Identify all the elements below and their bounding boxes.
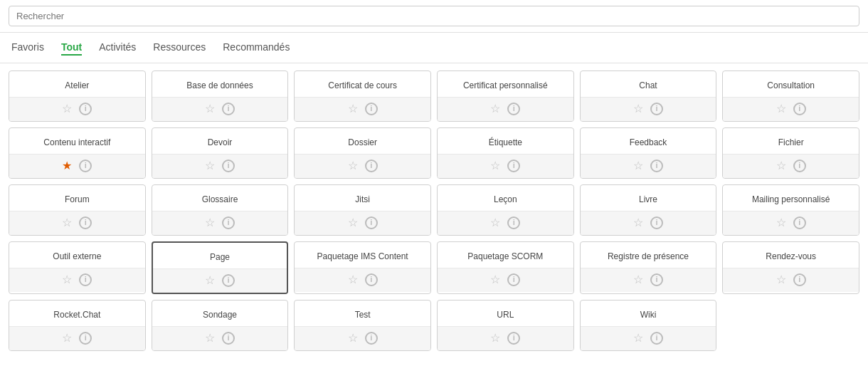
card-registre-de-presence[interactable]: Registre de présence☆i <box>580 241 717 294</box>
search-input[interactable] <box>9 6 859 26</box>
card-title-outil-externe: Outil externe <box>9 242 145 268</box>
tab-recommandes[interactable]: Recommandés <box>223 41 290 56</box>
card-url[interactable]: URL☆i <box>437 300 574 351</box>
star-icon-certificat-personnalise[interactable]: ☆ <box>490 102 500 115</box>
star-icon-devoir[interactable]: ☆ <box>205 159 215 172</box>
star-icon-paquetage-ims-content[interactable]: ☆ <box>348 273 358 286</box>
info-icon-paquetage-scorm[interactable]: i <box>507 273 520 286</box>
cards-grid: Atelier☆iBase de données☆iCertificat de … <box>0 63 868 358</box>
info-icon-rocket-chat[interactable]: i <box>79 332 92 345</box>
card-test[interactable]: Test☆i <box>294 300 431 351</box>
star-icon-outil-externe[interactable]: ☆ <box>62 273 72 286</box>
card-outil-externe[interactable]: Outil externe☆i <box>9 241 146 294</box>
tab-favoris[interactable]: Favoris <box>11 41 44 56</box>
info-icon-certificat-personnalise[interactable]: i <box>507 103 520 115</box>
info-icon-feedback[interactable]: i <box>650 160 663 172</box>
card-livre[interactable]: Livre☆i <box>580 184 717 236</box>
info-icon-base-de-donnees[interactable]: i <box>222 103 235 115</box>
card-page[interactable]: Page☆i <box>152 241 289 294</box>
star-icon-wiki[interactable]: ☆ <box>633 331 643 345</box>
star-icon-feedback[interactable]: ☆ <box>633 159 643 172</box>
card-actions-devoir: ☆i <box>152 154 288 178</box>
card-title-jitsi: Jitsi <box>295 185 430 211</box>
star-icon-atelier[interactable]: ☆ <box>62 102 72 115</box>
info-icon-fichier[interactable]: i <box>793 160 806 172</box>
info-icon-dossier[interactable]: i <box>365 160 378 172</box>
tab-tout[interactable]: Tout <box>61 41 82 56</box>
info-icon-sondage[interactable]: i <box>222 332 235 345</box>
star-icon-glossaire[interactable]: ☆ <box>205 216 215 229</box>
star-icon-lecon[interactable]: ☆ <box>490 216 500 229</box>
star-icon-paquetage-scorm[interactable]: ☆ <box>490 273 500 286</box>
info-icon-mailing-personnalise[interactable]: i <box>793 216 806 229</box>
info-icon-chat[interactable]: i <box>650 103 663 115</box>
card-chat[interactable]: Chat☆i <box>580 70 717 122</box>
card-rocket-chat[interactable]: Rocket.Chat☆i <box>9 300 146 351</box>
star-icon-registre-de-presence[interactable]: ☆ <box>633 273 643 286</box>
info-icon-lecon[interactable]: i <box>507 216 520 229</box>
card-devoir[interactable]: Devoir☆i <box>152 127 289 179</box>
card-title-lecon: Leçon <box>438 185 573 211</box>
card-atelier[interactable]: Atelier☆i <box>9 70 146 122</box>
card-wiki[interactable]: Wiki☆i <box>580 300 717 351</box>
info-icon-certificat-de-cours[interactable]: i <box>365 103 378 115</box>
card-actions-paquetage-scorm: ☆i <box>438 268 573 292</box>
info-icon-forum[interactable]: i <box>79 216 92 229</box>
star-icon-contenu-interactif[interactable]: ★ <box>62 159 72 172</box>
card-contenu-interactif[interactable]: Contenu interactif★i <box>9 127 146 179</box>
card-actions-consultation: ☆i <box>723 97 859 121</box>
info-icon-consultation[interactable]: i <box>793 103 806 115</box>
star-icon-dossier[interactable]: ☆ <box>348 159 358 172</box>
star-icon-forum[interactable]: ☆ <box>62 216 72 229</box>
star-icon-etiquette[interactable]: ☆ <box>490 159 500 172</box>
card-feedback[interactable]: Feedback☆i <box>580 127 717 179</box>
card-fichier[interactable]: Fichier☆i <box>722 127 859 179</box>
card-glossaire[interactable]: Glossaire☆i <box>152 184 289 236</box>
star-icon-fichier[interactable]: ☆ <box>776 159 786 172</box>
info-icon-test[interactable]: i <box>365 332 378 345</box>
star-icon-jitsi[interactable]: ☆ <box>348 216 358 229</box>
card-base-de-donnees[interactable]: Base de données☆i <box>152 70 289 122</box>
info-icon-outil-externe[interactable]: i <box>79 273 92 286</box>
card-certificat-personnalise[interactable]: Certificat personnalisé☆i <box>437 70 574 122</box>
card-lecon[interactable]: Leçon☆i <box>437 184 574 236</box>
info-icon-glossaire[interactable]: i <box>222 216 235 229</box>
info-icon-registre-de-presence[interactable]: i <box>650 273 663 286</box>
card-mailing-personnalise[interactable]: Mailing personnalisé☆i <box>722 184 859 236</box>
star-icon-url[interactable]: ☆ <box>490 331 500 345</box>
info-icon-rendez-vous[interactable]: i <box>793 273 806 286</box>
info-icon-devoir[interactable]: i <box>222 160 235 172</box>
star-icon-test[interactable]: ☆ <box>348 331 358 345</box>
card-paquetage-scorm[interactable]: Paquetage SCORM☆i <box>437 241 574 294</box>
star-icon-base-de-donnees[interactable]: ☆ <box>205 102 215 115</box>
star-icon-consultation[interactable]: ☆ <box>776 102 786 115</box>
info-icon-etiquette[interactable]: i <box>507 160 520 172</box>
card-paquetage-ims-content[interactable]: Paquetage IMS Content☆i <box>294 241 431 294</box>
info-icon-atelier[interactable]: i <box>79 103 92 115</box>
info-icon-jitsi[interactable]: i <box>365 216 378 229</box>
tab-activites[interactable]: Activités <box>99 41 136 56</box>
info-icon-page[interactable]: i <box>222 274 235 287</box>
card-jitsi[interactable]: Jitsi☆i <box>294 184 431 236</box>
card-certificat-de-cours[interactable]: Certificat de cours☆i <box>294 70 431 122</box>
star-icon-certificat-de-cours[interactable]: ☆ <box>348 102 358 115</box>
info-icon-paquetage-ims-content[interactable]: i <box>365 273 378 286</box>
star-icon-rocket-chat[interactable]: ☆ <box>62 331 72 345</box>
star-icon-mailing-personnalise[interactable]: ☆ <box>776 216 786 229</box>
card-rendez-vous[interactable]: Rendez-vous☆i <box>722 241 859 294</box>
tab-ressources[interactable]: Ressources <box>153 41 206 56</box>
info-icon-url[interactable]: i <box>507 332 520 345</box>
card-sondage[interactable]: Sondage☆i <box>152 300 289 351</box>
info-icon-contenu-interactif[interactable]: i <box>79 160 92 172</box>
info-icon-wiki[interactable]: i <box>650 332 663 345</box>
star-icon-page[interactable]: ☆ <box>205 273 215 287</box>
card-consultation[interactable]: Consultation☆i <box>722 70 859 122</box>
star-icon-livre[interactable]: ☆ <box>633 216 643 229</box>
card-dossier[interactable]: Dossier☆i <box>294 127 431 179</box>
star-icon-chat[interactable]: ☆ <box>633 102 643 115</box>
star-icon-sondage[interactable]: ☆ <box>205 331 215 345</box>
info-icon-livre[interactable]: i <box>650 216 663 229</box>
card-forum[interactable]: Forum☆i <box>9 184 146 236</box>
card-etiquette[interactable]: Étiquette☆i <box>437 127 574 179</box>
star-icon-rendez-vous[interactable]: ☆ <box>776 273 786 286</box>
